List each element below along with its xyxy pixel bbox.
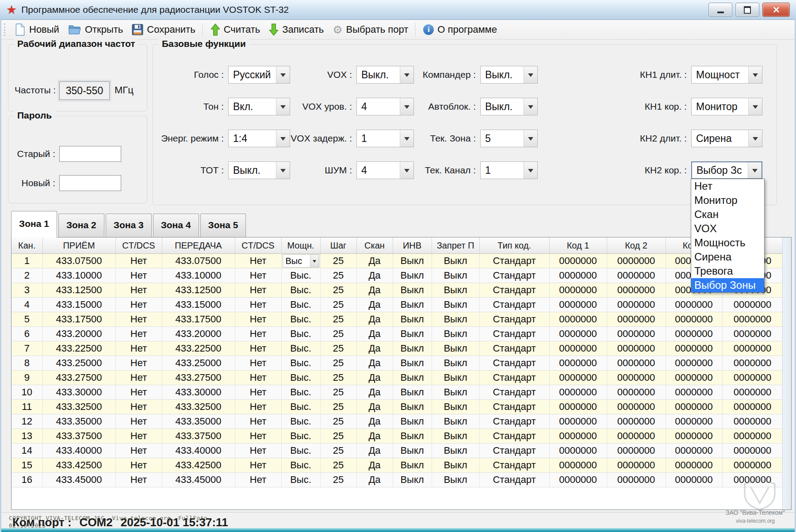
table-cell[interactable]: 433.17500 bbox=[42, 312, 115, 327]
table-cell[interactable]: 433.10000 bbox=[162, 268, 235, 283]
old-password-field[interactable] bbox=[59, 146, 121, 162]
table-cell[interactable]: Стандарт bbox=[479, 371, 549, 385]
tab-zona-2[interactable]: Зона 2 bbox=[58, 214, 104, 237]
table-cell[interactable]: Выкл bbox=[393, 327, 432, 341]
table-cell[interactable]: 25 bbox=[320, 268, 356, 283]
table-cell[interactable]: Нет bbox=[235, 385, 281, 400]
table-cell[interactable]: 0000000 bbox=[666, 414, 722, 429]
table-cell[interactable]: 25 bbox=[320, 429, 356, 444]
table-cell[interactable]: 0000000 bbox=[607, 458, 666, 473]
table-cell[interactable]: 433.40000 bbox=[42, 444, 115, 458]
table-cell[interactable]: Выкл bbox=[432, 312, 479, 327]
toolbar-button-open-folder[interactable]: Открыть bbox=[64, 22, 127, 37]
table-cell[interactable]: Выкл bbox=[432, 268, 479, 283]
table-cell[interactable]: 0000000 bbox=[666, 298, 722, 312]
table-cell[interactable]: 0000000 bbox=[549, 341, 607, 356]
table-cell[interactable]: 25 bbox=[320, 444, 356, 458]
table-cell[interactable]: Нет bbox=[115, 298, 162, 312]
table-cell[interactable]: 15 bbox=[11, 458, 42, 473]
table-cell[interactable]: 5 bbox=[11, 312, 42, 327]
table-cell[interactable]: 0000000 bbox=[549, 429, 607, 444]
table-cell[interactable]: 0000000 bbox=[607, 268, 666, 283]
table-cell[interactable]: 0000000 bbox=[722, 414, 783, 429]
table-cell[interactable]: 433.22500 bbox=[42, 341, 115, 356]
table-cell[interactable]: Выкл bbox=[393, 312, 432, 327]
chevron-down-icon[interactable] bbox=[524, 162, 537, 179]
table-cell[interactable]: 3 bbox=[11, 283, 42, 298]
table-cell[interactable]: Выс. bbox=[281, 341, 320, 356]
table-cell[interactable]: Выс. bbox=[281, 385, 320, 400]
table-cell[interactable]: 0000000 bbox=[666, 385, 722, 400]
table-cell[interactable]: 25 bbox=[320, 414, 356, 429]
table-cell[interactable]: 0000000 bbox=[607, 298, 666, 312]
table-cell[interactable]: 0000000 bbox=[549, 312, 607, 327]
table-cell[interactable]: Нет bbox=[115, 254, 162, 268]
table-cell[interactable]: 433.30000 bbox=[42, 385, 115, 400]
table-cell[interactable]: 433.30000 bbox=[162, 385, 235, 400]
table-cell[interactable]: Да bbox=[356, 298, 393, 312]
table-cell[interactable]: 0000000 bbox=[666, 458, 722, 473]
table-cell[interactable]: Нет bbox=[235, 341, 281, 356]
table-cell[interactable]: Стандарт bbox=[479, 429, 549, 444]
table-cell[interactable]: 0000000 bbox=[666, 341, 722, 356]
table-cell[interactable]: 433.12500 bbox=[42, 283, 115, 298]
table-cell[interactable]: 0000000 bbox=[666, 429, 722, 444]
table-cell[interactable]: 433.37500 bbox=[42, 429, 115, 444]
table-cell[interactable]: Нет bbox=[235, 356, 281, 371]
table-cell[interactable]: 25 bbox=[320, 458, 356, 473]
table-cell[interactable]: Выкл bbox=[432, 473, 479, 487]
table-cell[interactable]: 433.15000 bbox=[42, 298, 115, 312]
kn2-short-combobox[interactable]: Выбор Зс bbox=[691, 161, 762, 179]
table-cell[interactable]: 0000000 bbox=[607, 283, 666, 298]
table-cell[interactable]: 0000000 bbox=[549, 473, 607, 487]
table-cell[interactable]: 433.07500 bbox=[162, 254, 235, 268]
current-channel-combobox[interactable]: 1 bbox=[480, 161, 538, 179]
table-cell[interactable]: 0000000 bbox=[607, 327, 666, 341]
table-cell[interactable]: Выкл bbox=[393, 254, 432, 268]
dropdown-option-3[interactable]: Скан bbox=[691, 207, 764, 222]
power-cell-combobox[interactable]: Выс bbox=[283, 254, 319, 268]
table-cell[interactable]: 433.12500 bbox=[162, 283, 235, 298]
table-cell[interactable]: 433.42500 bbox=[162, 458, 235, 473]
table-cell[interactable]: 0000000 bbox=[607, 414, 666, 429]
dropdown-option-2[interactable]: Монитор bbox=[691, 193, 764, 207]
table-cell[interactable]: 25 bbox=[320, 312, 356, 327]
table-cell[interactable]: 9 bbox=[11, 371, 42, 385]
table-cell[interactable]: 0000000 bbox=[549, 283, 607, 298]
table-cell[interactable]: 0000000 bbox=[607, 312, 666, 327]
table-cell[interactable]: 25 bbox=[320, 254, 356, 268]
table-cell[interactable]: 433.25000 bbox=[42, 356, 115, 371]
toolbar-button-info[interactable]: iО программе bbox=[419, 22, 501, 37]
table-cell[interactable]: 0000000 bbox=[549, 254, 607, 268]
table-cell[interactable]: 0000000 bbox=[549, 298, 607, 312]
table-cell[interactable]: Выс. bbox=[281, 400, 320, 414]
table-cell[interactable]: 433.35000 bbox=[162, 414, 235, 429]
table-cell[interactable]: 0000000 bbox=[607, 400, 666, 414]
tab-zona-4[interactable]: Зона 4 bbox=[153, 214, 199, 237]
table-cell[interactable]: 0000000 bbox=[722, 371, 783, 385]
table-cell[interactable]: 25 bbox=[320, 298, 356, 312]
table-cell[interactable]: Стандарт bbox=[479, 254, 549, 268]
kn1-long-combobox[interactable]: Мощност bbox=[691, 66, 762, 84]
table-cell[interactable]: 433.07500 bbox=[42, 254, 115, 268]
table-scrollbar[interactable] bbox=[782, 237, 791, 509]
table-cell[interactable]: 12 bbox=[11, 414, 42, 429]
table-cell[interactable]: Выкл bbox=[393, 400, 432, 414]
table-cell[interactable]: 25 bbox=[320, 385, 356, 400]
table-cell[interactable]: Да bbox=[356, 371, 393, 385]
table-cell[interactable]: Выкл bbox=[432, 444, 479, 458]
table-cell[interactable]: Нет bbox=[115, 312, 162, 327]
table-cell[interactable]: Выкл bbox=[432, 283, 479, 298]
table-cell[interactable]: 0000000 bbox=[722, 327, 783, 341]
table-cell[interactable]: 433.20000 bbox=[162, 327, 235, 341]
table-cell[interactable]: 0000000 bbox=[607, 371, 666, 385]
dropdown-option-6[interactable]: Сирена bbox=[691, 250, 764, 264]
table-cell[interactable]: 0000000 bbox=[607, 473, 666, 487]
table-cell[interactable]: 2 bbox=[11, 268, 42, 283]
table-cell[interactable]: Нет bbox=[115, 458, 162, 473]
table-cell[interactable]: Нет bbox=[235, 254, 281, 268]
table-cell[interactable]: Стандарт bbox=[479, 458, 549, 473]
table-cell[interactable]: Стандарт bbox=[479, 341, 549, 356]
table-cell[interactable]: Нет bbox=[235, 473, 281, 487]
tab-zona-5[interactable]: Зона 5 bbox=[200, 214, 246, 237]
